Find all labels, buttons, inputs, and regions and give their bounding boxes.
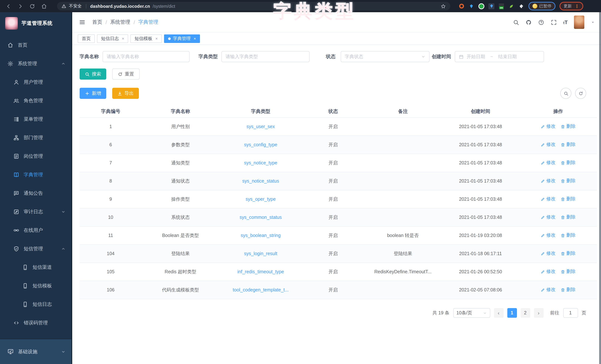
tab[interactable]: 短信日志× — [97, 34, 128, 43]
reload-button[interactable] — [27, 1, 37, 11]
created-cell: 2021-01-05 17:03:48 — [442, 208, 519, 226]
scrollbar-track[interactable] — [599, 12, 601, 364]
extension-gem-icon[interactable] — [468, 3, 474, 9]
breadcrumb-system[interactable]: 系统管理 — [110, 19, 130, 26]
edit-link[interactable]: 修改 — [541, 123, 555, 130]
delete-link[interactable]: 删除 — [561, 178, 575, 184]
caret-down-icon[interactable] — [591, 20, 595, 24]
page-size-select[interactable]: 10条/页 — [453, 308, 490, 318]
edit-link[interactable]: 修改 — [541, 178, 555, 184]
sidebar-item[interactable]: 字典管理 — [0, 165, 71, 184]
tab[interactable]: 字典管理× — [164, 34, 200, 43]
bookmark-star-icon[interactable] — [441, 3, 446, 9]
dict-type-link[interactable]: inf_redis_timeout_type — [237, 269, 284, 274]
sidebar-item[interactable]: 菜单管理 — [0, 110, 71, 129]
delete-link[interactable]: 删除 — [561, 214, 575, 221]
fullscreen-icon[interactable] — [551, 19, 557, 25]
dict-type-link[interactable]: tool_codegen_template_t... — [233, 287, 289, 293]
date-range-picker[interactable]: 开始日期 ~ 结束日期 — [455, 51, 544, 62]
app-logo-row[interactable]: 芋道管理系统 — [0, 12, 71, 34]
edit-link[interactable]: 修改 — [541, 214, 555, 221]
prev-page-button[interactable]: ‹ — [494, 308, 503, 318]
github-icon[interactable] — [525, 19, 532, 25]
edit-link[interactable]: 修改 — [541, 287, 555, 293]
extension-orange-icon[interactable] — [459, 3, 464, 9]
add-button[interactable]: 新增 — [80, 88, 106, 99]
sidebar-item[interactable]: 部门管理 — [0, 129, 71, 147]
extension-sprout-icon[interactable] — [508, 3, 514, 9]
dict-type-link[interactable]: sys_boolean_string — [241, 233, 280, 238]
tab[interactable]: 短信模板× — [130, 34, 162, 43]
edit-link[interactable]: 修改 — [541, 269, 555, 275]
tab[interactable]: 首页 — [78, 34, 95, 43]
edit-link[interactable]: 修改 — [541, 142, 555, 148]
user-avatar[interactable] — [574, 16, 584, 29]
show-search-toggle-button[interactable] — [560, 88, 571, 99]
browser-menu-icon[interactable]: ⋮ — [575, 3, 579, 9]
export-button[interactable]: 导出 — [112, 88, 139, 99]
dict-type-link[interactable]: sys_notice_type — [244, 160, 277, 165]
profile-paused-chip[interactable]: 已暂停 — [528, 2, 555, 10]
delete-link[interactable]: 删除 — [561, 123, 575, 130]
search-icon[interactable] — [513, 19, 519, 25]
goto-page-input[interactable] — [563, 308, 578, 318]
dict-name-input[interactable] — [103, 51, 190, 62]
delete-link[interactable]: 删除 — [561, 196, 575, 202]
refresh-button[interactable] — [575, 88, 586, 99]
reset-button[interactable]: 重置 — [112, 69, 140, 80]
delete-link[interactable]: 删除 — [561, 287, 575, 293]
search-button[interactable]: 搜索 — [80, 69, 106, 80]
close-icon[interactable]: × — [194, 36, 196, 41]
edit-link[interactable]: 修改 — [541, 251, 555, 257]
edit-link[interactable]: 修改 — [541, 196, 555, 202]
close-icon[interactable]: × — [155, 36, 158, 41]
sidebar-item[interactable]: 用户管理 — [0, 73, 71, 91]
sidebar-item[interactable]: 短信日志 — [0, 295, 71, 314]
sidebar-item[interactable]: 短信管理 — [0, 240, 71, 258]
font-size-icon[interactable]: tT — [563, 19, 568, 25]
sidebar-item[interactable]: 在线用户 — [0, 221, 71, 240]
sidebar-item[interactable]: 审计日志 — [0, 202, 71, 221]
sidebar-item-infrastructure[interactable]: 基础设施 — [0, 339, 71, 364]
sidebar-item[interactable]: 错误码管理 — [0, 314, 71, 332]
dict-type-link[interactable]: sys_common_status — [240, 215, 282, 220]
hamburger-menu-icon[interactable] — [79, 19, 86, 26]
delete-link[interactable]: 删除 — [561, 142, 575, 148]
sidebar-item[interactable]: 首页 — [0, 36, 71, 54]
page-button-2[interactable]: 2 — [521, 308, 530, 318]
close-icon[interactable]: × — [122, 36, 124, 41]
dict-type-link[interactable]: sys_notice_status — [242, 179, 279, 184]
user-icon — [13, 79, 19, 85]
delete-link[interactable]: 删除 — [561, 251, 575, 257]
dict-type-input[interactable] — [221, 51, 310, 62]
delete-link[interactable]: 删除 — [561, 269, 575, 275]
forward-button[interactable] — [16, 1, 25, 11]
sidebar-item[interactable]: 岗位管理 — [0, 147, 71, 165]
dict-type-link[interactable]: sys_user_sex — [246, 124, 275, 129]
dict-type-link[interactable]: sys_config_type — [244, 142, 277, 147]
edit-link[interactable]: 修改 — [541, 232, 555, 239]
extension-diamond-icon[interactable] — [488, 3, 494, 9]
sidebar-item[interactable]: 通知公告 — [0, 184, 71, 202]
sidebar-item[interactable]: 角色管理 — [0, 91, 71, 110]
delete-link[interactable]: 删除 — [561, 160, 575, 166]
next-page-button[interactable]: › — [534, 308, 543, 318]
dict-type-link[interactable]: sys_login_result — [244, 251, 277, 256]
extension-green-circle-icon[interactable] — [478, 3, 484, 9]
home-button[interactable] — [39, 1, 49, 11]
sidebar-item[interactable]: 短信渠道 — [0, 258, 71, 277]
edit-link[interactable]: 修改 — [541, 160, 555, 166]
status-select[interactable]: 字典状态 — [341, 51, 430, 62]
extensions-puzzle-icon[interactable] — [518, 3, 524, 9]
update-chip[interactable]: 更新 ⋮ — [560, 2, 583, 10]
delete-link[interactable]: 删除 — [561, 232, 575, 239]
sidebar-item[interactable]: 系统管理 — [0, 54, 71, 73]
url-bar[interactable]: 不安全 dashboard.yudao.iocoder.cn/system/di… — [57, 2, 450, 10]
help-icon[interactable] — [538, 19, 544, 25]
back-button[interactable] — [4, 1, 13, 11]
breadcrumb-home[interactable]: 首页 — [92, 19, 102, 26]
dict-type-link[interactable]: sys_oper_type — [246, 197, 276, 202]
sidebar-item[interactable]: 短信模板 — [0, 277, 71, 295]
page-button-1[interactable]: 1 — [507, 308, 517, 318]
extension-list-on-icon[interactable]: on — [498, 3, 504, 9]
